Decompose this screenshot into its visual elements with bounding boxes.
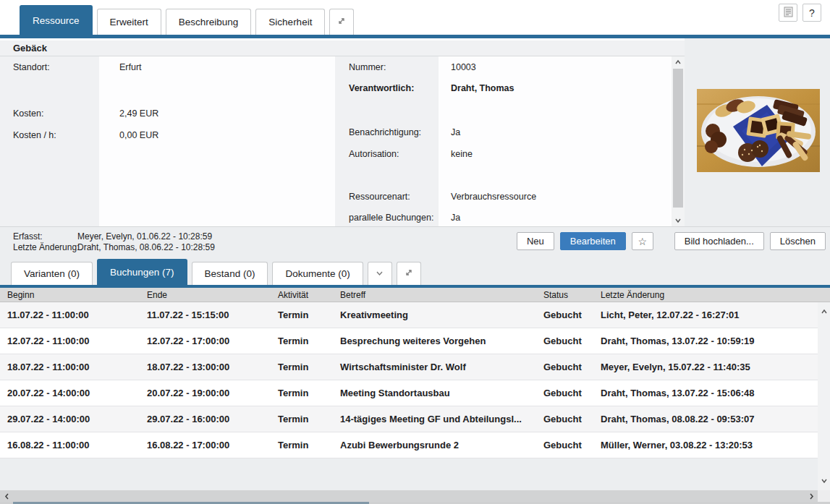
cell-status: Gebucht: [536, 406, 593, 432]
cell-betreff: 14-tägiges Meeting GF und Abteilungsl...: [333, 406, 536, 432]
field-label-autorisation: Autorisation:: [349, 149, 399, 159]
cell-beginn: 20.07.22 - 14:00:00: [0, 380, 140, 406]
resource-fields-panel: Gebäck Standort: Erfurt Kosten: 2,49 EUR…: [0, 38, 685, 226]
bookings-table-header: Beginn Ende Aktivität Betreff Status Let…: [0, 288, 830, 302]
report-icon: [784, 7, 793, 20]
cell-ende: 29.07.22 - 16:00:00: [140, 406, 271, 432]
cell-letzte-aenderung: Müller, Werner, 03.08.22 - 13:20:53: [593, 432, 830, 458]
cell-status: Gebucht: [536, 328, 593, 354]
bearbeiten-button[interactable]: Bearbeiten: [560, 232, 626, 250]
cell-letzte-aenderung: Licht, Peter, 12.07.22 - 16:27:01: [593, 302, 830, 328]
horizontal-scrollbar[interactable]: [0, 490, 818, 502]
cell-letzte-aenderung: Draht, Thomas, 08.08.22 - 09:53:07: [593, 406, 830, 432]
tab-beschreibung[interactable]: Beschreibung: [166, 9, 252, 35]
scroll-up-icon[interactable]: [821, 308, 828, 315]
cell-beginn: 18.07.22 - 11:00:00: [0, 354, 140, 380]
field-value-kosten[interactable]: 2,49 EUR: [119, 108, 158, 119]
cell-betreff: Wirtschaftsminister Dr. Wolf: [333, 354, 536, 380]
chevron-down-icon: [376, 268, 384, 279]
field-label-nummer: Nummer:: [349, 62, 386, 72]
col-header-status[interactable]: Status: [536, 288, 593, 302]
neu-button[interactable]: Neu: [517, 232, 554, 250]
tab-buchungen[interactable]: Buchungen (7): [97, 259, 187, 285]
table-row[interactable]: 16.08.22 - 11:00:00 16.08.22 - 17:00:00 …: [0, 432, 830, 458]
expand-icon: [337, 17, 346, 27]
table-row[interactable]: 11.07.22 - 11:00:00 11.07.22 - 15:15:00 …: [0, 302, 830, 328]
cell-aktivitaet: Termin: [271, 406, 333, 432]
expand-detail-button[interactable]: [397, 262, 421, 285]
field-value-parallele-buchungen[interactable]: Ja: [451, 213, 460, 223]
table-row[interactable]: 12.07.22 - 11:00:00 12.07.22 - 17:00:00 …: [0, 328, 830, 354]
field-value-ressourcenart[interactable]: Verbrauchsressource: [451, 192, 536, 202]
scroll-up-icon[interactable]: [674, 59, 682, 66]
field-value-verantwortlich[interactable]: Draht, Thomas: [451, 83, 514, 93]
cell-betreff: Azubi Bewerbungsrunde 2: [333, 432, 536, 458]
tab-dokumente[interactable]: Dokumente (0): [272, 262, 363, 285]
help-button[interactable]: ?: [803, 4, 821, 22]
scroll-right-icon[interactable]: [806, 491, 816, 501]
erfasst-label: Erfasst:: [13, 231, 43, 242]
field-value-standort[interactable]: Erfurt: [119, 62, 142, 72]
cell-betreff: Besprechung weiteres Vorgehen: [333, 328, 536, 354]
report-button[interactable]: [779, 4, 797, 22]
cell-ende: 12.07.22 - 17:00:00: [140, 328, 271, 354]
cell-status: Gebucht: [536, 354, 593, 380]
tab-sicherheit[interactable]: Sicherheit: [255, 9, 325, 35]
cell-beginn: 12.07.22 - 11:00:00: [0, 328, 140, 354]
field-value-nummer[interactable]: 10003: [451, 62, 476, 72]
expand-tabbar-button[interactable]: [329, 9, 354, 35]
more-tabs-button[interactable]: [368, 262, 392, 285]
field-label-kosten-h: Kosten / h:: [13, 130, 56, 140]
scroll-down-icon[interactable]: [674, 217, 682, 224]
col-header-letzte-aenderung[interactable]: Letzte Änderung: [593, 288, 830, 302]
detail-tabbar: Varianten (0) Buchungen (7) Bestand (0) …: [0, 259, 830, 285]
expand-icon: [405, 268, 413, 279]
scroll-down-icon[interactable]: [821, 477, 828, 484]
cell-letzte-aenderung: Draht, Thomas, 13.07.22 - 15:06:48: [593, 380, 830, 406]
cell-status: Gebucht: [536, 380, 593, 406]
cell-aktivitaet: Termin: [271, 354, 333, 380]
cell-ende: 20.07.22 - 19:00:00: [140, 380, 271, 406]
tab-erweitert[interactable]: Erweitert: [97, 9, 161, 35]
field-label-parallele-buchungen: parallele Buchungen:: [349, 213, 433, 223]
table-row[interactable]: 18.07.22 - 11:00:00 18.07.22 - 13:00:00 …: [0, 354, 830, 380]
cell-beginn: 11.07.22 - 11:00:00: [0, 302, 140, 328]
field-value-benachrichtigung[interactable]: Ja: [451, 127, 460, 137]
cell-ende: 18.07.22 - 13:00:00: [140, 354, 271, 380]
col-header-beginn[interactable]: Beginn: [0, 288, 140, 302]
letzte-aenderung-value: Draht, Thomas, 08.06.22 - 10:28:59: [77, 242, 215, 252]
window-tools: ?: [779, 4, 821, 22]
bild-hochladen-button[interactable]: Bild hochladen...: [674, 232, 764, 250]
scrollbar-corner: [818, 490, 830, 502]
field-label-kosten: Kosten:: [13, 108, 43, 119]
col-header-aktivitaet[interactable]: Aktivität: [271, 288, 333, 302]
cell-betreff: Meeting Standortausbau: [333, 380, 536, 406]
main-tabbar: Ressource Erweitert Beschreibung Sicherh…: [0, 0, 830, 35]
panel-scrollbar[interactable]: [672, 56, 685, 226]
field-value-autorisation[interactable]: keine: [451, 149, 473, 159]
table-row[interactable]: 29.07.22 - 14:00:00 29.07.22 - 16:00:00 …: [0, 406, 830, 432]
scroll-left-icon[interactable]: [1, 491, 12, 501]
loeschen-button[interactable]: Löschen: [770, 232, 826, 250]
tab-ressource[interactable]: Ressource: [20, 5, 93, 35]
cell-ende: 16.08.22 - 17:00:00: [140, 432, 271, 458]
resource-management-window: Ressource Erweitert Beschreibung Sicherh…: [0, 0, 830, 504]
tab-bestand[interactable]: Bestand (0): [192, 262, 268, 285]
record-meta-bar: Erfasst: Meyer, Evelyn, 01.06.22 - 10:28…: [0, 226, 830, 259]
col-header-ende[interactable]: Ende: [140, 288, 271, 302]
tab-varianten[interactable]: Varianten (0): [11, 262, 93, 285]
table-scrollbar[interactable]: [818, 302, 830, 490]
resource-fields: Standort: Erfurt Kosten: 2,49 EUR Kosten…: [0, 56, 685, 226]
panel-scrollbar-thumb[interactable]: [673, 69, 683, 208]
cell-letzte-aenderung: Meyer, Evelyn, 15.07.22 - 11:40:35: [593, 354, 830, 380]
table-row[interactable]: 20.07.22 - 14:00:00 20.07.22 - 19:00:00 …: [0, 380, 830, 406]
cell-beginn: 29.07.22 - 14:00:00: [0, 406, 140, 432]
erfasst-value: Meyer, Evelyn, 01.06.22 - 10:28:59: [77, 231, 212, 242]
left-label-column: [0, 56, 99, 226]
favorite-star-button[interactable]: ☆: [632, 232, 653, 250]
resource-photo: [697, 89, 820, 172]
col-header-betreff[interactable]: Betreff: [333, 288, 536, 302]
letzte-aenderung-label: Letzte Änderung:: [13, 242, 79, 252]
field-value-kosten-h[interactable]: 0,00 EUR: [119, 130, 158, 140]
cell-aktivitaet: Termin: [271, 380, 333, 406]
